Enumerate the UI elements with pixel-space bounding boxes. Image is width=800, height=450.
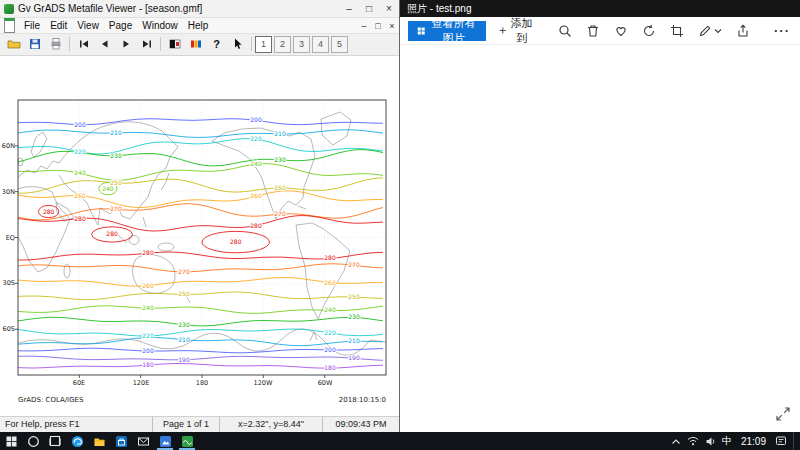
- contour-line: [18, 264, 383, 272]
- photo-view[interactable]: [400, 45, 800, 432]
- wifi-icon: [687, 436, 699, 446]
- grads-app-button[interactable]: [176, 432, 198, 450]
- edit-button[interactable]: [696, 22, 724, 40]
- lon-label: 180: [196, 379, 208, 387]
- save-button[interactable]: [24, 35, 45, 54]
- contour-label: 250: [274, 184, 286, 191]
- ime-indicator[interactable]: 中: [722, 434, 732, 448]
- photos-title-bar[interactable]: 照片 - test.png: [400, 0, 800, 17]
- contour-label: 270: [274, 210, 286, 217]
- store-app-button[interactable]: [110, 432, 132, 450]
- view-all-photos-button[interactable]: 查看所有图片: [408, 21, 486, 41]
- page-button-3[interactable]: 3: [293, 36, 310, 53]
- grads-window-title: Gv GrADS Metafile Viewer - [season.gmf]: [18, 3, 339, 14]
- fullscreen-icon: [776, 407, 790, 421]
- task-view-icon: [49, 435, 61, 447]
- edge-app-button[interactable]: [66, 432, 88, 450]
- lat-label: EQ: [6, 234, 15, 242]
- first-page-icon: [77, 37, 91, 51]
- show-desktop-button[interactable]: [793, 432, 798, 450]
- next-page-icon: [119, 37, 133, 51]
- taskbar-clock[interactable]: 21:09: [738, 436, 769, 447]
- task-view-button[interactable]: [44, 432, 66, 450]
- photos-app-button[interactable]: [154, 432, 176, 450]
- status-page-indicator: Page 1 of 1: [152, 417, 219, 432]
- action-center-button[interactable]: [775, 435, 787, 447]
- taskbar: 中 21:09: [0, 432, 800, 450]
- contour-line: [18, 119, 383, 125]
- minimize-button[interactable]: –: [339, 3, 359, 14]
- system-tray: 中 21:09: [671, 432, 800, 450]
- start-icon: [6, 436, 17, 447]
- store-icon: [115, 435, 128, 448]
- favorite-button[interactable]: [612, 22, 630, 40]
- lon-label: 120E: [133, 379, 150, 387]
- zoom-button[interactable]: [556, 22, 574, 40]
- file-explorer-app-button[interactable]: [88, 432, 110, 450]
- open-button[interactable]: [3, 35, 24, 54]
- page-button-5[interactable]: 5: [331, 36, 348, 53]
- volume-button[interactable]: [705, 436, 716, 447]
- black-white-mode-button[interactable]: [164, 35, 185, 54]
- delete-button[interactable]: [584, 22, 602, 40]
- print-icon: [49, 37, 63, 51]
- help-button[interactable]: ?: [206, 35, 227, 54]
- more-button[interactable]: ···: [772, 21, 792, 40]
- add-to-button[interactable]: 添加到: [496, 16, 536, 46]
- start-button[interactable]: [0, 432, 22, 450]
- child-minimize-button[interactable]: –: [357, 21, 371, 31]
- contour-line: [18, 204, 383, 220]
- plot-footer-left: GrADS: COLA/IGES: [18, 396, 84, 404]
- status-cursor-position: x=2.32", y=8.44": [219, 417, 322, 432]
- page-button-2[interactable]: 2: [274, 36, 291, 53]
- grads-menu-bar: File Edit View Page Window Help – □ ×: [0, 18, 399, 34]
- action-center-icon: [775, 435, 787, 447]
- next-page-button[interactable]: [115, 35, 136, 54]
- first-page-button[interactable]: [73, 35, 94, 54]
- tray-expand-button[interactable]: [671, 437, 681, 446]
- grads-title-bar[interactable]: Gv GrADS Metafile Viewer - [season.gmf] …: [0, 0, 399, 18]
- mail-app-button[interactable]: [132, 432, 154, 450]
- contour-label: 230: [178, 321, 190, 328]
- share-button[interactable]: [734, 22, 752, 40]
- menu-page[interactable]: Page: [104, 20, 137, 31]
- wifi-button[interactable]: [687, 436, 699, 446]
- contour-label: 280: [106, 230, 118, 237]
- last-page-button[interactable]: [136, 35, 157, 54]
- search-button[interactable]: [22, 432, 44, 450]
- plus-icon: [499, 25, 507, 36]
- contour-line: [18, 163, 383, 180]
- lat-label: 30N: [2, 188, 15, 196]
- contour-line: [18, 337, 383, 345]
- maximize-button[interactable]: □: [359, 3, 379, 14]
- page-button-1[interactable]: 1: [255, 36, 272, 53]
- previous-page-button[interactable]: [94, 35, 115, 54]
- print-button[interactable]: [45, 35, 66, 54]
- document-icon[interactable]: [4, 18, 15, 33]
- rotate-button[interactable]: [640, 22, 658, 40]
- contour-label: 240: [74, 169, 86, 176]
- contour-label: 210: [274, 130, 286, 137]
- grads-toolbar: ? 1 2 3 4 5: [0, 34, 399, 56]
- menu-edit[interactable]: Edit: [45, 20, 72, 31]
- menu-help[interactable]: Help: [183, 20, 214, 31]
- child-close-button[interactable]: ×: [385, 21, 399, 31]
- contour-label: 270: [178, 268, 190, 275]
- open-folder-icon: [7, 37, 21, 51]
- contour-label: 200: [250, 116, 262, 123]
- status-clock: 09:09:43 PM: [322, 417, 399, 432]
- menu-file[interactable]: File: [19, 20, 45, 31]
- grads-canvas[interactable]: 1801801901902002002002002102102102102202…: [0, 56, 399, 416]
- color-mode-button[interactable]: [185, 35, 206, 54]
- menu-window[interactable]: Window: [137, 20, 183, 31]
- close-button[interactable]: ×: [379, 3, 399, 14]
- menu-view[interactable]: View: [72, 20, 104, 31]
- child-restore-button[interactable]: □: [371, 21, 385, 31]
- contour-label: 210: [348, 337, 360, 344]
- context-help-button[interactable]: [227, 35, 248, 54]
- crop-button[interactable]: [668, 22, 686, 40]
- contour-label: 280: [250, 221, 262, 228]
- page-button-4[interactable]: 4: [312, 36, 329, 53]
- photos-toolbar: 查看所有图片 添加到: [400, 17, 800, 45]
- fullscreen-button[interactable]: [774, 405, 792, 426]
